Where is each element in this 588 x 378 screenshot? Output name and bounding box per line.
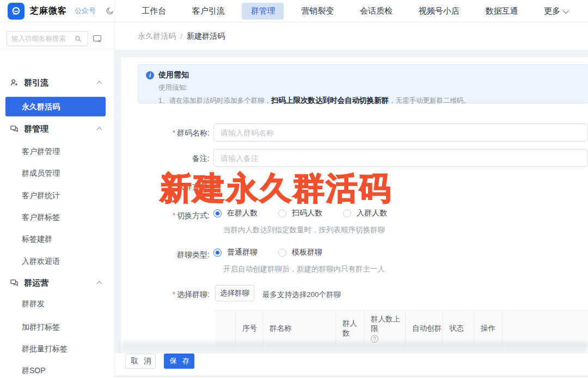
- radio-selected-icon: [213, 209, 222, 218]
- sidebar-item-join-tagging[interactable]: 加群打标签: [0, 319, 114, 335]
- sidebar-item-tag-create-group[interactable]: 标签建群: [0, 231, 114, 247]
- breadcrumb-separator: /: [180, 32, 182, 41]
- cancel-button[interactable]: 取 消: [125, 354, 156, 369]
- radio-selected-icon: [213, 249, 222, 257]
- sidebar-group-qunyunying[interactable]: 群运营: [0, 275, 114, 291]
- chat-bubbles-icon: [10, 125, 19, 133]
- sidebar-group-qunyinliu[interactable]: 群引流: [0, 75, 114, 91]
- pin-panel-icon[interactable]: [93, 35, 102, 43]
- remark-label: 备注:: [121, 154, 210, 164]
- caret-up-icon: [97, 127, 102, 133]
- radio-normal-chat[interactable]: 普通群聊: [213, 247, 258, 257]
- nav-item-video-shop[interactable]: 视频号小店: [410, 3, 468, 20]
- sidebar-item-group-mass-send[interactable]: 群群发: [0, 295, 114, 312]
- main-nav: 工作台 客户引流 群管理 营销裂变 会话质检 视频号小店 数据互通 更多: [121, 0, 588, 22]
- chevron-down-icon: [563, 7, 569, 13]
- remark-input[interactable]: [213, 149, 588, 167]
- radio-icon: [278, 249, 286, 257]
- user-plus-icon: [10, 78, 19, 87]
- nav-item-group-management[interactable]: 群管理: [242, 3, 284, 20]
- top-navbar: 芝麻微客 公众号 工作台 客户引流 群管理 营销裂变 会话质检 视频号小店 数据…: [0, 0, 588, 22]
- caret-up-icon: [97, 81, 102, 86]
- search-input[interactable]: [11, 35, 75, 42]
- code-name-label: *群码名称:: [121, 128, 210, 138]
- save-button[interactable]: 保 存: [164, 354, 194, 369]
- sidebar-item-group-member-mgmt[interactable]: 群成员管理: [0, 165, 114, 181]
- notice-title: 使用需知: [158, 70, 189, 80]
- sidebar: 群引流 永久群活码 群管理 客户群管理 群成员管理 客户群统计 客户群标签 标签…: [0, 22, 115, 378]
- chat-type-hint: 开启自动创建群聊后，新建的群聊内只有群主一人: [223, 264, 385, 274]
- dark-mode-moon-icon[interactable]: [106, 7, 114, 15]
- brand-name: 芝麻微客: [30, 5, 67, 17]
- chat-table-header: 序号 群名称 群人数 群人数上限? 自动创群 状态 操作: [215, 310, 588, 346]
- code-name-input[interactable]: [213, 123, 588, 141]
- header-divider: [114, 0, 115, 22]
- nav-item-more[interactable]: 更多: [535, 3, 576, 20]
- breadcrumb: 永久群活码 / 新建群活码: [115, 22, 588, 51]
- sidebar-item-join-welcome[interactable]: 入群欢迎语: [0, 253, 114, 269]
- radio-icon: [343, 209, 351, 218]
- nav-item-customer-acquisition[interactable]: 客户引流: [183, 3, 234, 20]
- sidebar-item-group-sop[interactable]: 群SOP: [0, 362, 114, 378]
- nav-item-workbench[interactable]: 工作台: [133, 3, 175, 20]
- radio-template-chat[interactable]: 模板群聊: [278, 247, 322, 257]
- sidebar-divider: [0, 48, 114, 49]
- notice-body: 1、请在添加群活码时添加多个群聊，扫码上限次数达到时会自动切换新群，无需手动更新…: [158, 96, 580, 106]
- select-chat-label: *选择群聊:: [121, 290, 210, 300]
- select-chat-button[interactable]: 选择群聊: [215, 285, 254, 301]
- breadcrumb-parent[interactable]: 永久群活码: [138, 32, 176, 41]
- select-chat-hint: 最多支持选择200个群聊: [262, 290, 341, 300]
- search-icon: [75, 35, 82, 42]
- official-account-link[interactable]: 公众号: [75, 6, 96, 16]
- switch-method-hint: 当群内人数达到指定数量时，按列表顺序切换群聊: [223, 225, 385, 235]
- chat-bubbles-icon: [10, 278, 19, 287]
- switch-method-label: *切换方式:: [121, 211, 210, 221]
- privacy-blur: [121, 342, 588, 354]
- nav-item-conversation-qc[interactable]: 会话质检: [351, 3, 401, 20]
- footer-action-bar: 取 消 保 存: [115, 352, 588, 371]
- nav-item-data-interchange[interactable]: 数据互通: [476, 3, 526, 20]
- sidebar-item-permanent-group-qr[interactable]: 永久群活码: [5, 97, 106, 116]
- sidebar-item-customer-group-tags[interactable]: 客户群标签: [0, 209, 114, 225]
- caret-up-icon: [97, 281, 102, 287]
- brand-logo-icon[interactable]: [8, 3, 24, 20]
- red-title-stamp: 新建永久群活码: [160, 168, 432, 210]
- info-icon: i: [146, 71, 154, 79]
- sidebar-item-customer-group-mgmt[interactable]: 客户群管理: [0, 143, 114, 159]
- sidebar-item-batch-tagging[interactable]: 群批量打标签: [0, 340, 114, 357]
- sidebar-group-qunguanli[interactable]: 群管理: [0, 121, 114, 137]
- nav-item-marketing-fission[interactable]: 营销裂变: [292, 3, 342, 20]
- app-root: 芝麻微客 公众号 工作台 客户引流 群管理 营销裂变 会话质检 视频号小店 数据…: [0, 0, 588, 378]
- radio-icon: [278, 209, 286, 218]
- notice-subtitle: 使用须知:: [158, 83, 580, 92]
- sidebar-item-customer-group-stats[interactable]: 客户群统计: [0, 187, 114, 203]
- usage-notice-alert: i 使用需知 使用须知: 1、请在添加群活码时添加多个群聊，扫码上限次数达到时会…: [138, 64, 588, 103]
- sidebar-search: [7, 31, 88, 46]
- chat-type-label: 群聊类型:: [121, 250, 210, 260]
- breadcrumb-current: 新建群活码: [187, 32, 225, 41]
